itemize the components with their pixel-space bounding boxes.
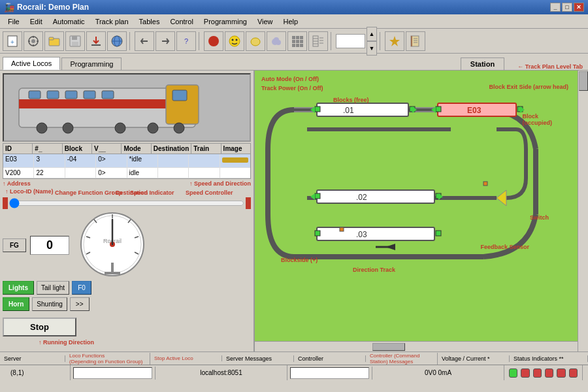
- led-4: [545, 368, 553, 378]
- svg-rect-90: [315, 106, 320, 112]
- toolbar-download[interactable]: [86, 31, 106, 51]
- svg-text:+: +: [10, 39, 14, 46]
- shunting-button[interactable]: Shunting: [32, 297, 67, 311]
- h-scroll-thumb[interactable]: [372, 343, 405, 351]
- toolbar-globe[interactable]: [107, 31, 127, 51]
- coords-section: (8,1): [5, 365, 71, 380]
- toolbar-open[interactable]: [44, 31, 64, 51]
- speedo-svg: Rocrail: [80, 212, 145, 277]
- svg-rect-52: [172, 90, 187, 101]
- speed-slider[interactable]: [9, 197, 244, 209]
- td-e03-id: E03: [3, 154, 34, 167]
- server-section: Server: [0, 355, 65, 362]
- svg-text:E03: E03: [467, 106, 482, 115]
- speed-up[interactable]: ▲: [367, 27, 377, 41]
- svg-point-58: [37, 123, 47, 133]
- menu-control[interactable]: Control: [165, 16, 198, 27]
- ann-block-exit: Block Exit Side (arrow head): [489, 84, 568, 90]
- table-annotations: ↑ Address ↑ Speed and Direction: [0, 180, 253, 188]
- toolbar-forward[interactable]: [155, 31, 175, 51]
- tab-programming[interactable]: Programming: [61, 57, 122, 70]
- toolbar-new[interactable]: +: [3, 31, 22, 51]
- scroll-thumb[interactable]: [579, 71, 588, 91]
- speed-down[interactable]: ▼: [367, 41, 377, 56]
- toolbar-save[interactable]: [65, 31, 85, 51]
- toolbar-book[interactable]: [406, 31, 425, 51]
- loco-row-e03[interactable]: E03 3 -04 0> *idle: [3, 154, 250, 168]
- stop-button[interactable]: Stop: [3, 318, 76, 336]
- right-panel: .01 E03 .02: [255, 71, 588, 351]
- f0-button[interactable]: F0: [72, 281, 91, 295]
- speed-display: 0: [30, 236, 69, 255]
- menu-view[interactable]: View: [252, 16, 278, 27]
- toolbar-grid2[interactable]: [308, 31, 328, 51]
- svg-point-3: [31, 39, 35, 43]
- horn-button[interactable]: Horn: [3, 297, 29, 311]
- col-train: Train: [191, 144, 221, 154]
- scroll-right[interactable]: [246, 197, 251, 209]
- loco-row-v200[interactable]: V200 22 0> idle: [3, 168, 250, 178]
- toolbar-back[interactable]: [135, 31, 154, 51]
- toolbar-star[interactable]: [385, 31, 404, 51]
- minimize-button[interactable]: _: [550, 3, 561, 12]
- ann-track-power: Track Power (On / Off): [261, 85, 323, 91]
- menu-programming[interactable]: Programming: [199, 16, 252, 27]
- server-textarea[interactable]: [73, 367, 152, 379]
- menu-edit[interactable]: Edit: [25, 16, 48, 27]
- ann-address: ↑ Address: [3, 180, 31, 187]
- toolbar-stop-all[interactable]: [204, 31, 223, 51]
- toolbar: + ?: [0, 29, 588, 54]
- close-button[interactable]: ✕: [574, 3, 584, 12]
- maximize-button[interactable]: □: [562, 3, 572, 12]
- more-button[interactable]: >>: [70, 297, 90, 311]
- scroll-left[interactable]: [3, 197, 8, 209]
- controller-textarea[interactable]: [290, 367, 369, 379]
- controller-label: Controller: [298, 355, 323, 362]
- tail-light-button[interactable]: Tail light: [37, 281, 69, 295]
- td-v200-v: 0>: [96, 168, 127, 178]
- toolbar-smiley[interactable]: [225, 31, 244, 51]
- toolbar-lemon[interactable]: [246, 31, 265, 51]
- menu-automatic[interactable]: Automatic: [48, 16, 90, 27]
- menu-file[interactable]: File: [3, 16, 25, 27]
- toolbar-settings[interactable]: [24, 31, 43, 51]
- col-id: ID: [3, 144, 33, 154]
- controller-messages-section: Controller (Command Station) Messages: [366, 353, 438, 365]
- fg-button[interactable]: FG: [3, 238, 26, 252]
- svg-point-26: [274, 37, 279, 42]
- col-v: V__: [92, 144, 122, 154]
- svg-point-19: [208, 36, 219, 46]
- svg-point-62: [174, 123, 184, 133]
- toolbar-grid[interactable]: [287, 31, 307, 51]
- voltage-current: 0V0 0mA: [425, 369, 451, 376]
- bottom-scrollbar[interactable]: [255, 341, 578, 351]
- speed-slider-area: Change Function Group Speed Indicator Sp…: [3, 197, 251, 209]
- svg-rect-114: [483, 182, 487, 186]
- svg-text:.03: .03: [356, 230, 367, 239]
- right-scrollbar[interactable]: [578, 71, 588, 351]
- svg-rect-56: [84, 91, 95, 99]
- ann-direction-track: Direction Track: [353, 267, 395, 273]
- menu-tables[interactable]: Tables: [134, 16, 165, 27]
- td-v200-dest: [158, 168, 189, 178]
- menu-trackplan[interactable]: Track plan: [90, 16, 134, 27]
- led-6: [569, 368, 578, 378]
- td-e03-mode: *idle: [127, 154, 158, 167]
- svg-text:.02: .02: [356, 193, 367, 202]
- lights-button[interactable]: Lights: [3, 281, 34, 295]
- tab-station[interactable]: Station: [461, 57, 504, 70]
- menu-help[interactable]: Help: [278, 16, 304, 27]
- svg-rect-45: [411, 36, 412, 46]
- server-address: localhost:8051: [200, 369, 242, 376]
- toolbar-cloud[interactable]: [267, 31, 286, 51]
- app-title: Rocrail: Demo Plan: [17, 3, 89, 12]
- coords: (8,1): [10, 369, 24, 376]
- loco-table: ID #_ Block V__ Mode Destination Train I…: [3, 143, 251, 179]
- toolbar-bookmark[interactable]: ?: [176, 31, 196, 51]
- tab-active-locos[interactable]: Active Locos: [3, 57, 60, 70]
- svg-text:.01: .01: [343, 106, 354, 115]
- svg-rect-35: [300, 44, 303, 47]
- speed-input[interactable]: 100: [336, 34, 365, 48]
- td-v200-block: [65, 168, 96, 178]
- loco-functions-section: Loco Functions(Depending on Function Gro…: [65, 353, 150, 365]
